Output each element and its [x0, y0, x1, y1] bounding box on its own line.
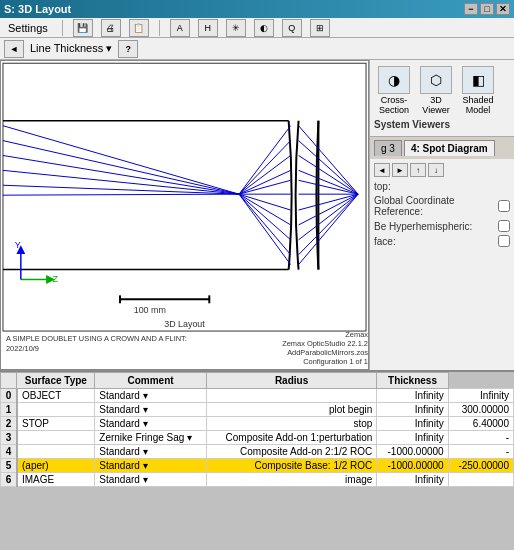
prop-top: top: [374, 181, 510, 192]
prop-btn-1[interactable]: ◄ [374, 163, 390, 177]
surface-type-cell [17, 431, 95, 445]
surface-dropdown-cell[interactable]: Standard ▾ [95, 445, 207, 459]
line-thickness-container: Line Thickness ▾ [30, 42, 112, 55]
thickness-cell: Infinity [448, 389, 513, 403]
surface-dropdown-cell[interactable]: Standard ▾ [95, 473, 207, 487]
prop-global-label: Global Coordinate Reference: [374, 195, 494, 217]
col-num [1, 373, 17, 389]
surface-type-cell: (aper) [17, 459, 95, 473]
cross-section-button[interactable]: ◑ Cross-Section [374, 64, 414, 117]
window-controls[interactable]: − □ ✕ [464, 3, 510, 15]
3d-viewer-button[interactable]: ⬡ 3D Viewer [416, 64, 456, 117]
close-button[interactable]: ✕ [496, 3, 510, 15]
dropdown-value[interactable]: Standard ▾ [99, 390, 147, 401]
radius-cell: Infinity [377, 473, 448, 487]
properties-panel: ◄ ► ↑ ↓ top: Global Coordinate Reference… [370, 159, 514, 370]
viewport: Z Y 100 mm 3D Layout A SIMPLE DOUBLET US… [0, 60, 369, 370]
prop-btn-2[interactable]: ► [392, 163, 408, 177]
comment-cell: image [206, 473, 377, 487]
separator [62, 20, 63, 36]
svg-text:Z: Z [53, 274, 59, 284]
data-table-container: Surface Type Comment Radius Thickness 0O… [0, 370, 514, 550]
dropdown-value[interactable]: Zernike Fringe Sag ▾ [99, 432, 192, 443]
second-toolbar: ◄ Line Thickness ▾ ? [0, 38, 514, 60]
title-text: S: 3D Layout [4, 3, 71, 15]
surface-dropdown-cell[interactable]: Standard ▾ [95, 459, 207, 473]
toolbar-btn-2[interactable]: 🖨 [101, 19, 121, 37]
surface-dropdown-cell[interactable]: Standard ▾ [95, 403, 207, 417]
svg-text:A SIMPLE DOUBLET USING A CROWN: A SIMPLE DOUBLET USING A CROWN AND A FLI… [6, 334, 187, 343]
right-panel: ◑ Cross-Section ⬡ 3D Viewer ◧ Shaded Mod… [369, 60, 514, 370]
help-button[interactable]: ? [118, 40, 138, 58]
toolbar-btn-9[interactable]: ⊞ [310, 19, 330, 37]
table-row: 3Zernike Fringe Sag ▾Composite Add-on 1:… [1, 431, 514, 445]
col-radius: Radius [206, 373, 377, 389]
table-row: 0OBJECTStandard ▾InfinityInfinity [1, 389, 514, 403]
surface-type-cell [17, 445, 95, 459]
prop-btn-3[interactable]: ↑ [410, 163, 426, 177]
surface-type-text: (aper) [22, 460, 49, 471]
viewer-section: ◑ Cross-Section ⬡ 3D Viewer ◧ Shaded Mod… [370, 60, 514, 137]
row-num-cell: 2 [1, 417, 17, 431]
svg-text:Zemax: Zemax [345, 330, 368, 339]
tab-spot-diagram[interactable]: 4: Spot Diagram [404, 140, 495, 156]
surface-dropdown-cell[interactable]: Standard ▾ [95, 389, 207, 403]
line-thickness-label: Line Thickness ▾ [30, 42, 112, 55]
toolbar-btn-7[interactable]: ◐ [254, 19, 274, 37]
svg-text:100 mm: 100 mm [134, 305, 166, 315]
prop-hyperhemispheric: Be Hyperhemispheric: [374, 220, 510, 232]
comment-cell: Composite Base: 1/2 ROC [206, 459, 377, 473]
prop-hyper-checkbox[interactable] [498, 220, 510, 232]
menu-bar: Settings 💾 🖨 📋 A H ✳ ◐ Q ⊞ [0, 18, 514, 38]
dropdown-value[interactable]: Standard ▾ [99, 446, 147, 457]
toolbar-btn-6[interactable]: ✳ [226, 19, 246, 37]
surface-type-text: STOP [22, 418, 49, 429]
toolbar-btn-5[interactable]: H [198, 19, 218, 37]
col-comment: Comment [95, 373, 207, 389]
prop-face-label: face: [374, 236, 494, 247]
row-num-cell: 5 [1, 459, 17, 473]
table-row: 5(aper)Standard ▾Composite Base: 1/2 ROC… [1, 459, 514, 473]
3d-viewer-icon: ⬡ [420, 66, 452, 94]
maximize-button[interactable]: □ [480, 3, 494, 15]
3d-viewer-label: 3D Viewer [418, 95, 454, 115]
prop-global-checkbox[interactable] [498, 200, 510, 212]
main-content: Z Y 100 mm 3D Layout A SIMPLE DOUBLET US… [0, 60, 514, 370]
surface-type-cell: STOP [17, 417, 95, 431]
shaded-model-icon: ◧ [462, 66, 494, 94]
surface-type-cell: OBJECT [17, 389, 95, 403]
toolbar-btn-4[interactable]: A [170, 19, 190, 37]
svg-text:AddParabolicMirrors.zos: AddParabolicMirrors.zos [287, 348, 368, 357]
surface-dropdown-cell[interactable]: Standard ▾ [95, 417, 207, 431]
radius-cell: Infinity [377, 403, 448, 417]
surface-type-text: IMAGE [22, 474, 54, 485]
thickness-cell [448, 473, 513, 487]
prop-face: face: [374, 235, 510, 247]
surface-type-cell [17, 403, 95, 417]
toolbar-btn-1[interactable]: 💾 [73, 19, 93, 37]
surface-dropdown-cell[interactable]: Zernike Fringe Sag ▾ [95, 431, 207, 445]
dropdown-value[interactable]: Standard ▾ [99, 418, 147, 429]
table-row: 4Standard ▾Composite Add-on 2:1/2 ROC-10… [1, 445, 514, 459]
toolbar-btn-3[interactable]: 📋 [129, 19, 149, 37]
dropdown-value[interactable]: Standard ▾ [99, 474, 147, 485]
dropdown-value[interactable]: Standard ▾ [99, 460, 147, 471]
prop-btn-4[interactable]: ↓ [428, 163, 444, 177]
back-button[interactable]: ◄ [4, 40, 24, 58]
svg-text:3D Layout: 3D Layout [164, 319, 205, 329]
settings-menu[interactable]: Settings [4, 20, 52, 36]
toolbar-btn-8[interactable]: Q [282, 19, 302, 37]
table-header-row: Surface Type Comment Radius Thickness [1, 373, 514, 389]
cross-section-icon: ◑ [378, 66, 410, 94]
thickness-cell: 300.00000 [448, 403, 513, 417]
prop-face-checkbox[interactable] [498, 235, 510, 247]
row-num-cell: 3 [1, 431, 17, 445]
tab-3[interactable]: g 3 [374, 140, 402, 156]
shaded-model-button[interactable]: ◧ Shaded Model [458, 64, 498, 117]
comment-cell: Composite Add-on 1:perturbation [206, 431, 377, 445]
dropdown-value[interactable]: Standard ▾ [99, 404, 147, 415]
minimize-button[interactable]: − [464, 3, 478, 15]
radius-cell: Infinity [377, 389, 448, 403]
col-surface-type: Surface Type [17, 373, 95, 389]
radius-cell: Infinity [377, 431, 448, 445]
